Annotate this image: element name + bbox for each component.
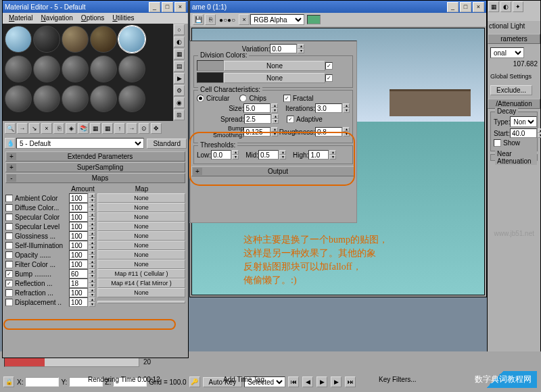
map-check-2[interactable]: ✓ (325, 74, 333, 82)
map-amount-spinner[interactable]: ▴▾ (89, 260, 95, 269)
bumpsm-spinner[interactable]: ▴▾ (271, 127, 278, 137)
mat-titlebar[interactable]: Material Editor - 5 - Default _□× (3, 1, 188, 13)
map-enable-check[interactable] (5, 232, 13, 240)
map-enable-check[interactable] (5, 242, 13, 249)
map-amount-input[interactable] (69, 222, 88, 231)
iter-spinner[interactable]: ▴▾ (343, 103, 350, 113)
goto-end-icon[interactable]: ⏭ (345, 376, 356, 387)
map-slot-button[interactable]: None (97, 212, 185, 222)
map-slot-button[interactable]: Map #11 ( Cellular ) (97, 269, 185, 278)
go-forward-icon[interactable]: → (126, 123, 137, 134)
sample-sphere[interactable] (5, 26, 32, 53)
sample-sphere[interactable] (118, 85, 145, 112)
put-to-library-icon[interactable]: 📚 (78, 123, 89, 134)
sample-sphere[interactable] (90, 26, 117, 53)
sample-sphere[interactable] (118, 55, 145, 82)
map-slot-button[interactable]: None (97, 222, 185, 231)
material-type-button[interactable]: Standard (147, 139, 187, 149)
map-amount-input[interactable] (69, 260, 88, 269)
output-rollout[interactable]: +Output (191, 166, 355, 176)
fractal-check[interactable]: ✓ (283, 95, 291, 102)
material-select[interactable]: 5 - Default (16, 138, 144, 149)
menu-material[interactable]: Material (5, 13, 37, 24)
rgb-icon[interactable]: × (239, 14, 250, 25)
map-amount-input[interactable] (69, 297, 88, 307)
video-icon[interactable]: ▶ (174, 73, 185, 84)
map-amount-input[interactable] (69, 193, 88, 203)
tab-icon[interactable]: ▦ (488, 1, 499, 12)
map-amount-spinner[interactable]: ▴▾ (89, 297, 95, 307)
maximize-button[interactable]: □ (460, 2, 471, 12)
map-amount-spinner[interactable]: ▴▾ (89, 250, 95, 260)
color-swatch-1[interactable] (197, 60, 224, 71)
nav-icon[interactable]: ⊙ (139, 123, 149, 134)
map-amount-input[interactable] (69, 278, 88, 288)
rough-input[interactable] (315, 127, 342, 137)
iter-input[interactable] (315, 103, 342, 113)
map-slot-button[interactable]: None (97, 260, 185, 269)
size-spinner[interactable]: ▴▾ (271, 103, 278, 113)
show-check[interactable] (494, 139, 501, 147)
sample-sphere[interactable] (62, 85, 89, 112)
bg-swatch[interactable] (307, 15, 321, 24)
sample-sphere[interactable] (33, 55, 60, 82)
copy-icon[interactable]: ⎘ (53, 123, 64, 134)
backlight-icon[interactable]: ◐ (174, 36, 185, 47)
map-slot-button[interactable] (97, 301, 185, 303)
chips-radio[interactable] (239, 95, 247, 102)
spread-spinner[interactable]: ▴▾ (272, 114, 279, 124)
close-button[interactable]: × (473, 2, 484, 12)
sample-sphere[interactable] (62, 26, 89, 53)
high-input[interactable] (308, 150, 329, 160)
make-unique-icon[interactable]: ◈ (66, 123, 76, 134)
variation-input[interactable] (270, 44, 297, 53)
map-amount-spinner[interactable]: ▴▾ (89, 231, 95, 241)
key-filters[interactable]: Key Filters... (379, 376, 417, 383)
key-mode-icon[interactable]: 🔑 (189, 376, 200, 387)
mid-spinner[interactable]: ▴▾ (279, 150, 286, 160)
map-amount-spinner[interactable]: ▴▾ (89, 203, 95, 212)
sample-sphere[interactable] (5, 55, 32, 82)
assign-icon[interactable]: ↘ (29, 123, 40, 134)
map-slot-button[interactable]: None (97, 288, 185, 297)
map-slot-button[interactable]: None (97, 193, 185, 203)
maximize-button[interactable]: □ (162, 2, 173, 12)
map-amount-spinner[interactable]: ▴▾ (89, 222, 95, 231)
map-enable-check[interactable] (5, 251, 13, 259)
map-amount-spinner[interactable]: ▴▾ (89, 212, 95, 222)
sample-slots[interactable] (3, 24, 173, 121)
pick-icon[interactable]: ✥ (151, 123, 162, 134)
map-amount-input[interactable] (69, 250, 88, 260)
next-frame-icon[interactable]: ▶ (331, 376, 342, 387)
tile-icon[interactable]: ⊞ (174, 109, 185, 120)
map-enable-check[interactable] (5, 195, 13, 202)
minimize-button[interactable]: _ (447, 2, 458, 12)
map-slot-button[interactable]: None (97, 203, 185, 212)
sample-sphere[interactable] (33, 26, 60, 53)
variation-spinner[interactable]: ▴▾ (298, 44, 304, 53)
menu-navigation[interactable]: Navigation (37, 13, 77, 24)
map-amount-input[interactable] (69, 231, 88, 241)
reset-icon[interactable]: × (41, 123, 52, 134)
map-enable-check[interactable] (5, 214, 13, 221)
map-enable-check[interactable] (5, 261, 13, 268)
map-enable-check[interactable]: ✓ (5, 270, 13, 278)
map-slot-button[interactable]: None (97, 250, 185, 260)
map-amount-spinner[interactable]: ▴▾ (89, 241, 95, 250)
low-input[interactable] (211, 150, 231, 160)
map-amount-input[interactable] (69, 203, 88, 212)
lock-icon[interactable]: 🔒 (3, 376, 14, 387)
map-enable-check[interactable] (5, 204, 13, 212)
mid-input[interactable] (258, 150, 279, 160)
map-slot-button[interactable]: None (97, 241, 185, 250)
make-preview-icon[interactable]: ◉ (174, 97, 185, 108)
sample-sphere[interactable] (33, 85, 60, 112)
close-button[interactable]: × (174, 2, 186, 12)
rollout-maps[interactable]: -Maps (5, 173, 185, 183)
put-to-scene-icon[interactable]: → (17, 123, 28, 134)
decay-type-select[interactable]: None (510, 116, 537, 127)
play-icon[interactable]: ▶ (316, 376, 327, 387)
map-enable-check[interactable] (5, 289, 13, 297)
save-icon[interactable]: 💾 (193, 14, 204, 25)
clone-icon[interactable]: ⎘ (205, 14, 216, 25)
